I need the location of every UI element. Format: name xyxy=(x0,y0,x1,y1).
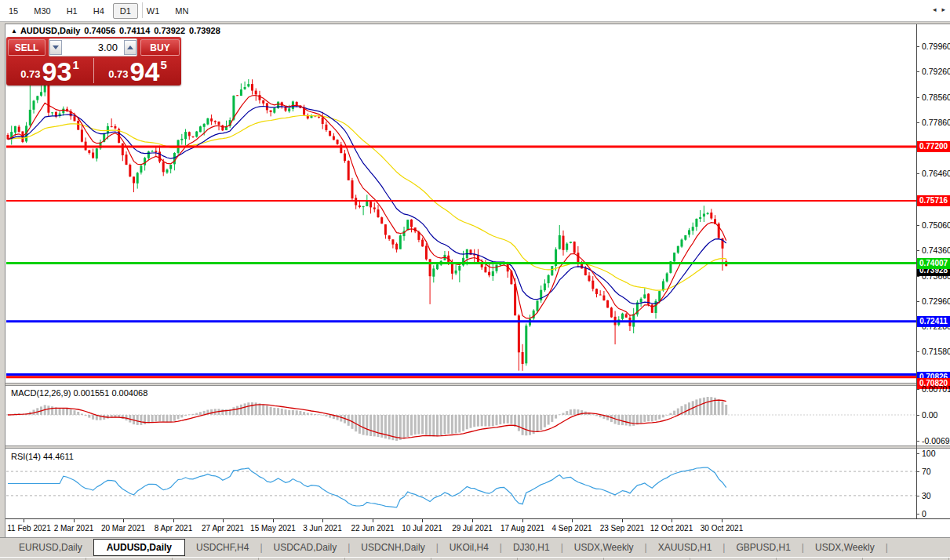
horizontal-level-lines[interactable] xyxy=(6,147,916,377)
price-tick-label: 0.76460 xyxy=(922,169,950,178)
level-price-badge[interactable]: 0.72411 xyxy=(917,316,950,327)
chart-tab-eurusd-daily[interactable]: EURUSD,Daily xyxy=(8,540,93,555)
status-bar xyxy=(0,557,950,560)
date-label: 15 May 2021 xyxy=(250,524,296,533)
chart-tab-usdx-weekly[interactable]: USDX,Weekly xyxy=(804,540,886,555)
price-tick xyxy=(916,97,919,98)
candles-layer xyxy=(7,79,728,371)
price-tick xyxy=(916,225,919,226)
date-tick xyxy=(422,519,423,522)
date-label: 4 Sep 2021 xyxy=(551,524,591,533)
date-tick xyxy=(472,519,473,522)
timeframe-button-d1[interactable]: D1 xyxy=(113,3,138,19)
chart-tab-usdcnh-daily[interactable]: USDCNH,Daily xyxy=(350,540,435,555)
chart-symbol-label: AUDUSD,Daily xyxy=(20,26,80,35)
date-tick xyxy=(722,519,723,522)
ohlc-low: 0.73922 xyxy=(154,26,185,35)
chart-tab-usdcad-daily[interactable]: USDCAD,Daily xyxy=(263,540,348,555)
price-tick xyxy=(916,351,919,352)
buy-price-prefix: 0.73 xyxy=(108,68,128,80)
volume-input[interactable] xyxy=(62,42,124,53)
tab-scroll-right-icon[interactable]: ▸ xyxy=(941,5,945,13)
date-tick xyxy=(223,519,224,522)
chart-tab-xauusd-h1[interactable]: XAUUSD,H1 xyxy=(647,540,723,555)
mt4-terminal: 15M30H1H4D1W1MN 0.799600.792600.785600.7… xyxy=(0,0,950,560)
date-label: 8 Apr 2021 xyxy=(155,524,192,533)
ohlc-high: 0.74114 xyxy=(119,26,150,35)
rsi-tick-label: 30 xyxy=(922,491,931,500)
macd-tick-label: 0.00 xyxy=(922,410,937,420)
chart-tab-gbpusd-h1[interactable]: GBPUSD,H1 xyxy=(725,540,801,555)
date-tick xyxy=(123,519,124,522)
rsi-indicator-canvas[interactable] xyxy=(6,449,916,517)
macd-histogram xyxy=(7,397,728,441)
date-tick xyxy=(24,519,24,522)
timeframe-button-15[interactable]: 15 xyxy=(2,3,25,19)
rsi-tick xyxy=(916,453,919,454)
date-tick xyxy=(522,519,523,522)
date-label: 30 Oct 2021 xyxy=(701,524,743,533)
buy-button[interactable]: BUY xyxy=(140,39,180,56)
sell-price-prefix: 0.73 xyxy=(20,68,40,80)
timeframe-button-h1[interactable]: H1 xyxy=(60,3,85,19)
date-label: 3 Jun 2021 xyxy=(303,524,342,533)
volume-decrease-button[interactable] xyxy=(49,40,62,55)
level-price-badge[interactable]: 0.77200 xyxy=(917,141,950,152)
sell-price-pip: 1 xyxy=(72,58,78,71)
buy-price-big: 94 xyxy=(130,60,160,82)
level-price-badge[interactable]: 0.74007 xyxy=(917,258,950,269)
triangle-up-icon xyxy=(127,45,133,49)
rsi-tick-label: 100 xyxy=(922,449,936,458)
date-label: 29 Jul 2021 xyxy=(452,524,493,533)
level-price-badge[interactable]: 0.75716 xyxy=(917,195,950,206)
timeframe-button-m30[interactable]: M30 xyxy=(27,3,57,19)
price-tick-label: 0.71580 xyxy=(922,347,950,356)
date-label: 27 Apr 2021 xyxy=(202,524,244,533)
date-tick xyxy=(622,519,623,522)
price-tick-label: 0.75060 xyxy=(922,220,950,230)
ohlc-open: 0.74056 xyxy=(84,26,115,35)
date-tick xyxy=(572,519,573,522)
date-label: 22 Jun 2021 xyxy=(351,524,394,533)
date-tick xyxy=(322,519,323,522)
macd-tick-label: 0.007015 xyxy=(922,384,950,394)
price-tick xyxy=(916,71,919,72)
buy-price-pip: 5 xyxy=(160,58,166,71)
chart-tab-usdchf-h4[interactable]: USDCHF,H4 xyxy=(185,540,260,555)
buy-quote[interactable]: 0.73 94 5 xyxy=(94,56,181,85)
price-tick-label: 0.72960 xyxy=(922,296,950,306)
sell-quote[interactable]: 0.73 93 1 xyxy=(6,56,93,85)
collapse-arrow-icon[interactable]: ▲ xyxy=(11,27,17,35)
macd-label: MACD(12,26,9) 0.001551 0.004068 xyxy=(11,388,147,398)
price-tick xyxy=(916,250,919,251)
macd-tick xyxy=(916,389,919,390)
tab-separator: | xyxy=(886,542,888,553)
sell-button[interactable]: SELL xyxy=(8,39,45,56)
rsi-tick-label: 0 xyxy=(922,509,926,518)
volume-stepper xyxy=(49,38,137,56)
price-tick-label: 0.77860 xyxy=(922,118,950,127)
chart-tab-dj30-h1[interactable]: DJ30,H1 xyxy=(502,540,561,555)
chart-tab-usdx-weekly[interactable]: USDX,Weekly xyxy=(563,540,645,555)
price-tick xyxy=(916,301,919,302)
date-label: 11 Feb 2021 xyxy=(7,524,50,533)
timeframe-toolbar: 15M30H1H4D1W1MN xyxy=(0,0,950,22)
tab-scroll-left-icon[interactable]: ◂ xyxy=(933,5,937,13)
price-tick xyxy=(916,122,919,123)
triangle-down-icon xyxy=(53,45,59,49)
timeframe-button-mn[interactable]: MN xyxy=(168,3,195,19)
volume-increase-button[interactable] xyxy=(124,40,136,55)
timeframe-button-w1[interactable]: W1 xyxy=(140,3,167,19)
price-tick xyxy=(916,173,919,174)
chart-tab-bar: EURUSD,DailyAUDUSD,DailyUSDCHF,H4|USDCAD… xyxy=(0,537,950,557)
timeframe-button-h4[interactable]: H4 xyxy=(86,3,111,19)
rsi-tick xyxy=(916,514,919,515)
date-label: 2 Mar 2021 xyxy=(54,524,94,533)
date-label: 23 Sep 2021 xyxy=(600,524,645,533)
chart-title: ▲AUDUSD,Daily0.740560.741140.739220.7392… xyxy=(11,26,220,35)
price-tick-label: 0.79960 xyxy=(922,42,950,51)
rsi-label: RSI(14) 44.4611 xyxy=(11,452,74,461)
chart-tab-audusd-daily[interactable]: AUDUSD,Daily xyxy=(93,539,185,556)
chart-tab-ukoil-h4[interactable]: UKOil,H4 xyxy=(439,540,500,555)
date-label: 17 Aug 2021 xyxy=(500,524,544,533)
